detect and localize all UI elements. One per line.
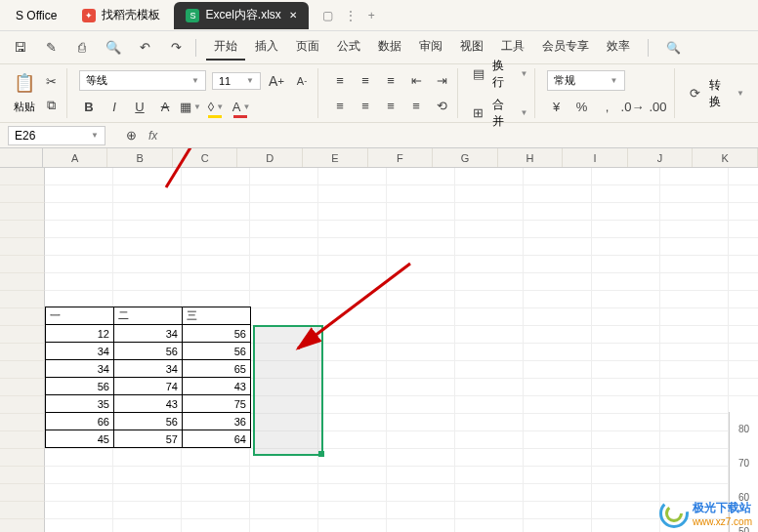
align-justify-button[interactable]: ≡ bbox=[406, 97, 426, 116]
row-header[interactable] bbox=[0, 238, 45, 256]
row-header[interactable] bbox=[0, 484, 45, 502]
col-header-c[interactable]: C bbox=[173, 148, 238, 167]
cell[interactable]: 74 bbox=[114, 378, 183, 395]
comma-button[interactable]: , bbox=[598, 97, 617, 116]
decrease-font-button[interactable]: A- bbox=[292, 71, 312, 91]
menu-insert[interactable]: 插入 bbox=[247, 34, 286, 61]
col-header-j[interactable]: J bbox=[628, 148, 694, 167]
cell[interactable]: 56 bbox=[114, 343, 183, 360]
col-header-g[interactable]: G bbox=[433, 148, 498, 167]
cell[interactable]: 75 bbox=[183, 395, 251, 413]
menu-review[interactable]: 审阅 bbox=[411, 34, 450, 61]
tab-window-icon[interactable]: ▢ bbox=[322, 9, 333, 22]
undo-icon[interactable]: ↶ bbox=[135, 38, 154, 58]
preview-icon[interactable]: 🔍 bbox=[104, 38, 123, 58]
cell[interactable]: 12 bbox=[46, 325, 114, 343]
tab-add-button[interactable]: + bbox=[368, 9, 375, 22]
row-header[interactable] bbox=[0, 449, 45, 467]
cell[interactable]: 57 bbox=[114, 430, 183, 448]
row-header[interactable] bbox=[0, 502, 45, 519]
print-icon[interactable]: ⎙ bbox=[72, 38, 92, 58]
cell[interactable]: 56 bbox=[114, 413, 183, 430]
align-right-button[interactable]: ≡ bbox=[381, 97, 400, 116]
menu-start[interactable]: 开始 bbox=[206, 34, 245, 61]
cell[interactable]: 56 bbox=[183, 325, 251, 343]
spreadsheet-grid[interactable]: A B C D E F G H I J K 一 二 三 123456 34565… bbox=[0, 148, 758, 532]
col-header-h[interactable]: H bbox=[498, 148, 564, 167]
align-center-button[interactable]: ≡ bbox=[356, 97, 375, 116]
table-header[interactable]: 三 bbox=[183, 307, 251, 325]
row-header[interactable] bbox=[0, 273, 45, 291]
row-header[interactable] bbox=[0, 361, 45, 379]
merge-icon[interactable]: ⊞ bbox=[470, 103, 486, 123]
fill-color-button[interactable]: ◊▼ bbox=[206, 97, 226, 116]
increase-font-button[interactable]: A+ bbox=[267, 71, 286, 91]
align-bottom-button[interactable]: ≡ bbox=[381, 71, 400, 91]
indent-increase-button[interactable]: ⇥ bbox=[432, 71, 451, 91]
menu-efficiency[interactable]: 效率 bbox=[599, 34, 638, 61]
orientation-button[interactable]: ⟲ bbox=[432, 97, 451, 116]
cell[interactable]: 34 bbox=[46, 343, 114, 360]
row-header[interactable] bbox=[0, 221, 45, 238]
cell[interactable]: 56 bbox=[46, 378, 114, 395]
col-header-e[interactable]: E bbox=[303, 148, 368, 167]
tab-menu-icon[interactable]: ⋮ bbox=[345, 9, 357, 22]
merge-label[interactable]: 合并 bbox=[492, 97, 513, 130]
fill-handle[interactable] bbox=[318, 451, 324, 457]
tab-excel[interactable]: S Excel内容.xlsx ✕ bbox=[174, 2, 308, 29]
row-header[interactable] bbox=[0, 414, 45, 431]
cell[interactable]: 43 bbox=[183, 378, 251, 395]
align-left-button[interactable]: ≡ bbox=[330, 97, 350, 116]
font-size-select[interactable]: 11 ▼ bbox=[212, 72, 261, 90]
percent-button[interactable]: % bbox=[572, 97, 592, 116]
menu-page[interactable]: 页面 bbox=[288, 34, 327, 61]
tab-template[interactable]: ✦ 找稻壳模板 bbox=[70, 2, 172, 29]
row-header[interactable] bbox=[0, 326, 45, 344]
close-icon[interactable]: ✕ bbox=[289, 10, 297, 20]
search-icon[interactable]: 🔍 bbox=[666, 41, 681, 55]
cell[interactable]: 34 bbox=[114, 360, 183, 378]
col-header-d[interactable]: D bbox=[237, 148, 303, 167]
font-color-button[interactable]: A▼ bbox=[232, 97, 251, 116]
row-header[interactable] bbox=[0, 256, 45, 273]
font-family-select[interactable]: 等线 ▼ bbox=[79, 70, 206, 91]
number-format-select[interactable]: 常规 ▼ bbox=[547, 70, 625, 91]
col-header-a[interactable]: A bbox=[43, 148, 108, 167]
row-header[interactable] bbox=[0, 168, 45, 185]
row-header[interactable] bbox=[0, 203, 45, 221]
align-top-button[interactable]: ≡ bbox=[330, 71, 350, 91]
redo-icon[interactable]: ↷ bbox=[166, 38, 186, 58]
bold-button[interactable]: B bbox=[79, 97, 99, 116]
col-header-b[interactable]: B bbox=[107, 148, 173, 167]
align-middle-button[interactable]: ≡ bbox=[356, 71, 375, 91]
border-button[interactable]: ▦▼ bbox=[181, 97, 200, 116]
copy-icon[interactable]: ⧉ bbox=[41, 96, 61, 115]
data-table[interactable]: 一 二 三 123456 345656 343465 567443 354375… bbox=[45, 307, 251, 448]
indent-decrease-button[interactable]: ⇤ bbox=[406, 71, 426, 91]
col-header-k[interactable]: K bbox=[693, 148, 758, 167]
cell[interactable]: 66 bbox=[46, 413, 114, 430]
table-header[interactable]: 一 bbox=[46, 307, 114, 325]
menu-formula[interactable]: 公式 bbox=[329, 34, 368, 61]
decimal-increase-button[interactable]: .0→ bbox=[623, 97, 643, 116]
row-header[interactable] bbox=[0, 519, 45, 532]
tab-office[interactable]: S Office bbox=[4, 2, 68, 29]
row-header[interactable] bbox=[0, 379, 45, 396]
underline-button[interactable]: U bbox=[130, 97, 149, 116]
row-header[interactable] bbox=[0, 431, 45, 449]
cell[interactable]: 43 bbox=[114, 395, 183, 413]
fx-label[interactable]: fx bbox=[148, 129, 157, 143]
row-header[interactable] bbox=[0, 467, 45, 484]
new-icon[interactable]: ✎ bbox=[41, 38, 61, 58]
row-header[interactable] bbox=[0, 308, 45, 326]
cell[interactable]: 45 bbox=[46, 430, 114, 448]
row-header[interactable] bbox=[0, 344, 45, 361]
menu-data[interactable]: 数据 bbox=[370, 34, 409, 61]
convert-label[interactable]: 转换 bbox=[709, 77, 730, 110]
zoom-icon[interactable]: ⊕ bbox=[121, 126, 141, 145]
menu-member[interactable]: 会员专享 bbox=[534, 34, 597, 61]
currency-button[interactable]: ¥ bbox=[547, 97, 567, 116]
row-header[interactable] bbox=[0, 396, 45, 414]
decimal-decrease-button[interactable]: .00 bbox=[649, 97, 668, 116]
convert-icon[interactable]: ⟳ bbox=[687, 84, 703, 103]
